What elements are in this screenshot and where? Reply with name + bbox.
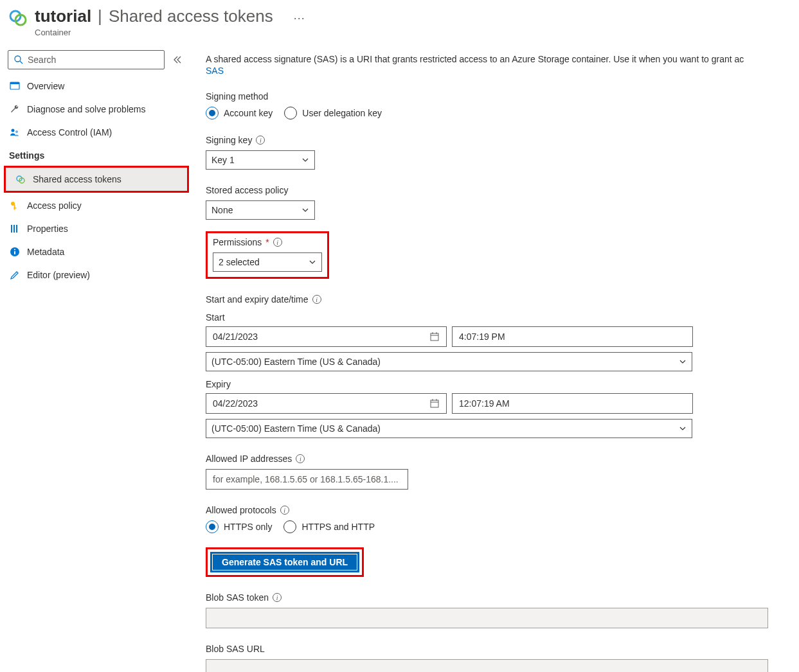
time-value: 12:07:19 AM: [459, 398, 510, 409]
sidebar-item-overview[interactable]: Overview: [0, 75, 193, 98]
date-value: 04/22/2023: [213, 398, 258, 409]
sidebar-item-label: Overview: [27, 81, 64, 91]
radio-user-delegation-key[interactable]: User delegation key: [284, 107, 382, 119]
stored-policy-dropdown[interactable]: None: [206, 200, 315, 220]
calendar-icon: [429, 398, 440, 409]
sidebar-search[interactable]: [8, 50, 165, 69]
chevron-down-icon: [679, 425, 687, 432]
allowed-protocols-radio-group: HTTPS only HTTPS and HTTP: [206, 520, 799, 533]
svg-point-6: [12, 129, 15, 132]
chevron-down-icon: [301, 206, 309, 214]
date-value: 04/21/2023: [213, 332, 258, 342]
chevron-down-icon: [679, 358, 687, 366]
sidebar-heading-settings: Settings: [0, 144, 193, 164]
chevron-double-left-icon: [173, 55, 182, 64]
title-divider: |: [98, 6, 102, 26]
permissions-label: Permissions * i: [213, 237, 322, 247]
info-tooltip-icon[interactable]: i: [273, 593, 282, 602]
signing-key-label: Signing key i: [206, 135, 799, 145]
sidebar-item-label: Access policy: [27, 200, 82, 211]
key-icon: [9, 200, 21, 211]
dropdown-value: (UTC-05:00) Eastern Time (US & Canada): [211, 357, 381, 367]
radio-https-only[interactable]: HTTPS only: [206, 520, 272, 533]
sidebar-item-label: Metadata: [27, 247, 64, 257]
expiry-time-input[interactable]: 12:07:19 AM: [452, 393, 693, 414]
properties-icon: [9, 223, 21, 234]
radio-checked-icon: [206, 107, 219, 119]
sidebar-item-label: Shared access tokens: [33, 174, 121, 184]
info-icon: [9, 246, 21, 258]
radio-https-and-http[interactable]: HTTPS and HTTP: [283, 520, 375, 533]
sidebar-item-metadata[interactable]: Metadata: [0, 240, 193, 263]
start-date-input[interactable]: 04/21/2023: [206, 326, 447, 347]
more-menu-icon[interactable]: ···: [294, 12, 305, 25]
sidebar-item-properties[interactable]: Properties: [0, 217, 193, 240]
sas-token-label: Blob SAS token i: [206, 592, 799, 603]
start-time-input[interactable]: 4:07:19 PM: [452, 326, 693, 347]
sidebar-item-label: Access Control (IAM): [27, 127, 112, 137]
sidebar-item-label: Diagnose and solve problems: [27, 104, 145, 114]
sidebar-item-shared-access-tokens[interactable]: Shared access tokens: [6, 168, 187, 191]
dropdown-value: Key 1: [211, 155, 235, 165]
radio-label: User delegation key: [302, 108, 382, 118]
pencil-icon: [9, 269, 21, 281]
signing-method-radio-group: Account key User delegation key: [206, 107, 799, 119]
sidebar-nav: Overview Diagnose and solve problems Acc…: [0, 48, 193, 287]
chevron-down-icon: [309, 258, 316, 266]
sidebar-search-input[interactable]: [28, 55, 159, 65]
svg-rect-14: [13, 225, 15, 233]
info-tooltip-icon[interactable]: i: [280, 506, 289, 515]
info-tooltip-icon[interactable]: i: [273, 238, 282, 247]
svg-line-3: [20, 61, 22, 64]
iam-icon: [9, 127, 21, 138]
radio-account-key[interactable]: Account key: [206, 107, 273, 119]
expiry-timezone-dropdown[interactable]: (UTC-05:00) Eastern Time (US & Canada): [206, 419, 692, 438]
signing-key-dropdown[interactable]: Key 1: [206, 150, 315, 170]
info-tooltip-icon[interactable]: i: [256, 136, 265, 145]
radio-label: HTTPS and HTTP: [301, 522, 375, 532]
container-icon: [8, 8, 28, 28]
wrench-icon: [9, 103, 21, 115]
radio-checked-icon: [206, 520, 219, 533]
time-value: 4:07:19 PM: [459, 332, 505, 342]
svg-rect-17: [14, 251, 15, 254]
expiry-date-input[interactable]: 04/22/2023: [206, 393, 447, 414]
generate-sas-button[interactable]: Generate SAS token and URL: [210, 552, 359, 572]
calendar-icon: [429, 332, 440, 342]
chevron-down-icon: [301, 156, 309, 164]
allowed-protocols-label: Allowed protocols i: [206, 505, 799, 515]
dropdown-value: (UTC-05:00) Eastern Time (US & Canada): [211, 423, 381, 434]
resource-name: tutorial: [35, 6, 91, 26]
required-asterisk: *: [265, 237, 269, 247]
radio-unchecked-icon: [284, 107, 297, 119]
start-expiry-label: Start and expiry date/time i: [206, 294, 799, 305]
sidebar-item-access-policy[interactable]: Access policy: [0, 194, 193, 217]
svg-rect-5: [10, 82, 19, 84]
svg-rect-15: [16, 225, 17, 233]
sas-url-output[interactable]: [206, 659, 768, 672]
svg-point-18: [14, 249, 15, 250]
info-tooltip-icon[interactable]: i: [312, 295, 321, 304]
svg-rect-19: [431, 333, 438, 340]
sidebar-item-diagnose[interactable]: Diagnose and solve problems: [0, 98, 193, 121]
search-icon: [13, 55, 24, 65]
sidebar-item-iam[interactable]: Access Control (IAM): [0, 121, 193, 144]
svg-rect-12: [14, 208, 17, 209]
permissions-dropdown[interactable]: 2 selected: [213, 252, 322, 272]
token-icon: [15, 173, 26, 185]
svg-rect-11: [14, 205, 15, 210]
sidebar-item-label: Editor (preview): [27, 270, 90, 280]
start-timezone-dropdown[interactable]: (UTC-05:00) Eastern Time (US & Canada): [206, 352, 692, 371]
svg-rect-23: [431, 400, 438, 407]
sas-token-output[interactable]: [206, 608, 768, 628]
highlight-box-permissions: Permissions * i 2 selected: [206, 231, 329, 279]
info-tooltip-icon[interactable]: i: [296, 454, 305, 463]
sidebar-item-editor[interactable]: Editor (preview): [0, 263, 193, 287]
page-header: tutorial | Shared access tokens ··· Cont…: [0, 0, 799, 48]
sidebar-item-label: Properties: [27, 224, 68, 234]
highlight-box-generate: Generate SAS token and URL: [206, 547, 364, 577]
sidebar-collapse-button[interactable]: [170, 52, 185, 67]
start-label: Start: [206, 312, 799, 323]
allowed-ip-input[interactable]: [206, 469, 408, 490]
sas-learn-more-link[interactable]: SAS: [206, 66, 224, 76]
